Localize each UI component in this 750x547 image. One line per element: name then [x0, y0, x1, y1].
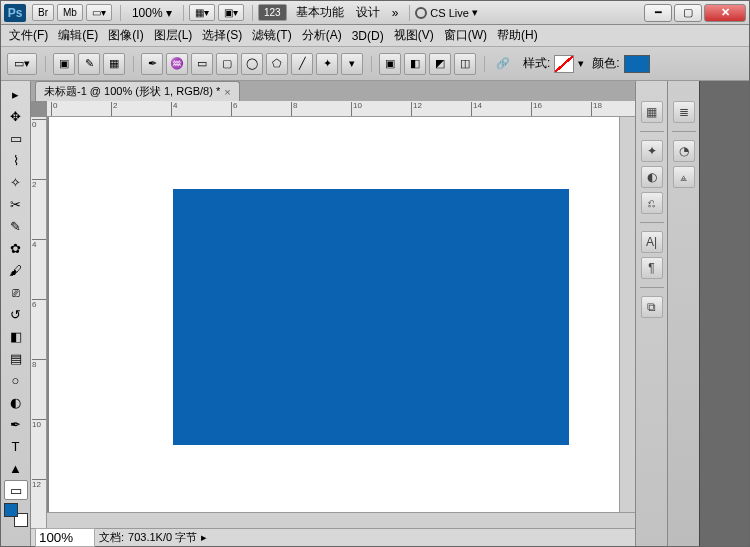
menu-3d[interactable]: 3D(D) [348, 27, 388, 45]
scrollbar-horizontal[interactable] [47, 512, 635, 528]
pen-icon[interactable]: ✒ [141, 53, 163, 75]
collapse-icon[interactable]: ▸ [4, 84, 28, 104]
ruler-horizontal[interactable]: 02468101214161820 [47, 101, 635, 117]
workspace-basic[interactable]: 基本功能 [290, 4, 350, 21]
menu-filter[interactable]: 滤镜(T) [248, 25, 295, 46]
paths-panel-icon[interactable]: ⟁ [673, 166, 695, 188]
menu-select[interactable]: 选择(S) [198, 25, 246, 46]
healing-tool[interactable]: ✿ [4, 238, 28, 258]
separator [484, 56, 485, 72]
color-panel-icon[interactable]: ▦ [641, 101, 663, 123]
window-controls: ━ ▢ ✕ [644, 4, 746, 22]
canvas[interactable] [49, 117, 635, 528]
status-menu-icon[interactable]: ▸ [201, 531, 207, 544]
toolbox: ▸ ✥ ▭ ⌇ ✧ ✂ ✎ ✿ 🖌 ⎚ ↺ ◧ ▤ ○ ◐ ✒ T ▲ ▭ [1, 81, 31, 546]
type-tool[interactable]: T [4, 436, 28, 456]
maximize-button[interactable]: ▢ [674, 4, 702, 22]
menu-layer[interactable]: 图层(L) [150, 25, 197, 46]
crop-tool[interactable]: ✂ [4, 194, 28, 214]
character-panel-icon[interactable]: A| [641, 231, 663, 253]
style-dropdown-icon[interactable]: ▾ [578, 57, 584, 70]
layers-panel-icon[interactable]: ≣ [673, 101, 695, 123]
ruler-vertical[interactable]: 024681012 [31, 117, 47, 528]
line-icon[interactable]: ╱ [291, 53, 313, 75]
shape-rectangle[interactable] [173, 189, 569, 445]
gradient-tool[interactable]: ▤ [4, 348, 28, 368]
ellipse-icon[interactable]: ◯ [241, 53, 263, 75]
channels-panel-icon[interactable]: ◔ [673, 140, 695, 162]
move-tool[interactable]: ✥ [4, 106, 28, 126]
fg-bg-colors[interactable] [4, 503, 28, 527]
extras-button[interactable]: 123 [258, 4, 287, 21]
menu-edit[interactable]: 编辑(E) [54, 25, 102, 46]
paragraph-panel-icon[interactable]: ¶ [641, 257, 663, 279]
fill-pixels-button[interactable]: ▦ [103, 53, 125, 75]
document-tab-label: 未标题-1 @ 100% (形状 1, RGB/8) * [44, 84, 220, 99]
zoom-dropdown[interactable]: 100% ▾ [126, 6, 178, 20]
pen-tool[interactable]: ✒ [4, 414, 28, 434]
quick-select-tool[interactable]: ✧ [4, 172, 28, 192]
adjustments-panel-icon[interactable]: ✦ [641, 140, 663, 162]
workspace-design[interactable]: 设计 [350, 4, 386, 21]
rect-shape-icon[interactable]: ▭ [191, 53, 213, 75]
separator [252, 5, 253, 21]
blur-tool[interactable]: ○ [4, 370, 28, 390]
app-logo: Ps [4, 4, 26, 22]
lasso-tool[interactable]: ⌇ [4, 150, 28, 170]
eyedropper-tool[interactable]: ✎ [4, 216, 28, 236]
screen-mode-button[interactable]: ▭▾ [86, 4, 112, 21]
marquee-tool[interactable]: ▭ [4, 128, 28, 148]
canvas-wrap: 024681012 [31, 117, 635, 528]
shape-layers-button[interactable]: ▣ [53, 53, 75, 75]
custom-shape-icon[interactable]: ✦ [316, 53, 338, 75]
masks-panel-icon[interactable]: ◐ [641, 166, 663, 188]
screenmode2-button[interactable]: ▣▾ [218, 4, 244, 21]
eraser-tool[interactable]: ◧ [4, 326, 28, 346]
document-tab[interactable]: 未标题-1 @ 100% (形状 1, RGB/8) * × [35, 81, 240, 101]
close-button[interactable]: ✕ [704, 4, 746, 22]
status-zoom-input[interactable] [35, 528, 95, 547]
combine-add-icon[interactable]: ▣ [379, 53, 401, 75]
freeform-pen-icon[interactable]: ♒ [166, 53, 188, 75]
tool-preset-button[interactable]: ▭▾ [7, 53, 37, 75]
minibridge-button[interactable]: Mb [57, 4, 83, 21]
status-doc-label: 文档: [99, 530, 124, 545]
path-select-tool[interactable]: ▲ [4, 458, 28, 478]
paths-button[interactable]: ✎ [78, 53, 100, 75]
cslive-icon [415, 7, 427, 19]
brush-tool[interactable]: 🖌 [4, 260, 28, 280]
styles-panel-icon[interactable]: ⎌ [641, 192, 663, 214]
combine-intersect-icon[interactable]: ◩ [429, 53, 451, 75]
menu-image[interactable]: 图像(I) [104, 25, 147, 46]
combine-subtract-icon[interactable]: ◧ [404, 53, 426, 75]
fg-color-swatch[interactable] [4, 503, 18, 517]
divider [640, 287, 664, 288]
rounded-rect-icon[interactable]: ▢ [216, 53, 238, 75]
arrange-button[interactable]: ▦▾ [189, 4, 215, 21]
menu-view[interactable]: 视图(V) [390, 25, 438, 46]
minimize-button[interactable]: ━ [644, 4, 672, 22]
close-tab-icon[interactable]: × [224, 86, 230, 98]
bridge-button[interactable]: Br [32, 4, 54, 21]
polygon-icon[interactable]: ⬠ [266, 53, 288, 75]
history-brush-tool[interactable]: ↺ [4, 304, 28, 324]
workspace-more[interactable]: » [386, 6, 405, 20]
menu-window[interactable]: 窗口(W) [440, 25, 491, 46]
link-icon[interactable]: 🔗 [492, 53, 514, 75]
color-swatch[interactable] [624, 55, 650, 73]
rectangle-tool[interactable]: ▭ [4, 480, 28, 500]
menu-help[interactable]: 帮助(H) [493, 25, 542, 46]
geometry-options-icon[interactable]: ▾ [341, 53, 363, 75]
right-panel-column-2: ≣ ◔ ⟁ [667, 81, 699, 546]
separator [120, 5, 121, 21]
navigator-panel-icon[interactable]: ⧉ [641, 296, 663, 318]
menu-file[interactable]: 文件(F) [5, 25, 52, 46]
style-swatch[interactable] [554, 55, 574, 73]
combine-exclude-icon[interactable]: ◫ [454, 53, 476, 75]
style-label: 样式: [523, 55, 550, 72]
menu-analysis[interactable]: 分析(A) [298, 25, 346, 46]
dodge-tool[interactable]: ◐ [4, 392, 28, 412]
scrollbar-vertical[interactable] [619, 117, 635, 512]
stamp-tool[interactable]: ⎚ [4, 282, 28, 302]
cslive-button[interactable]: CS Live ▾ [415, 6, 478, 19]
